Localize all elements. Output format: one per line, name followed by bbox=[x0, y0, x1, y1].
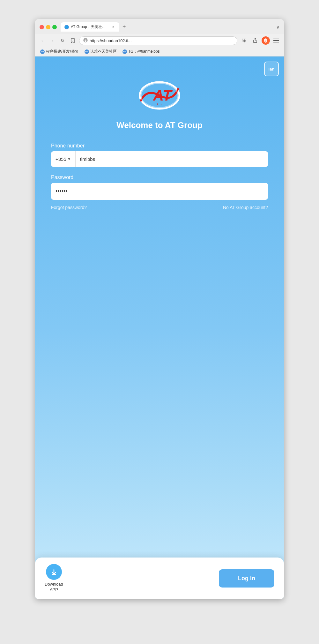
bottom-bar: DownloadAPP Log in bbox=[35, 558, 284, 599]
bookmark-label-2: 认准->天美社区 bbox=[90, 49, 117, 54]
new-tab-button[interactable]: + bbox=[120, 24, 129, 30]
minimize-button[interactable] bbox=[46, 25, 50, 29]
bookmark-label-1: 程序搭建/开发/修复 bbox=[46, 49, 79, 54]
phone-input[interactable] bbox=[76, 151, 268, 167]
bookmark-favicon-1: tm bbox=[40, 49, 45, 54]
download-icon bbox=[46, 564, 62, 580]
close-button[interactable] bbox=[40, 25, 44, 29]
svg-point-0 bbox=[84, 38, 87, 42]
login-button[interactable]: Log in bbox=[219, 569, 274, 588]
password-input-wrapper bbox=[51, 183, 268, 200]
tab-close-button[interactable]: × bbox=[111, 25, 115, 29]
bookmark-favicon-2: tm bbox=[85, 49, 89, 54]
translate-icon[interactable]: 译 bbox=[240, 36, 249, 45]
svg-text:✦: ✦ bbox=[156, 103, 159, 106]
download-app-button[interactable]: DownloadAPP bbox=[45, 564, 63, 593]
forgot-password-link[interactable]: Forgot password? bbox=[51, 205, 87, 210]
address-url: https://shuadan102.ti... bbox=[90, 38, 132, 43]
tab-bar: 🌐 AT Group - 天美社区timibbs.ne × + bbox=[61, 22, 274, 32]
menu-icon[interactable] bbox=[272, 36, 281, 45]
forward-button[interactable]: › bbox=[48, 37, 56, 44]
bookmark-favicon-3: tm bbox=[122, 49, 127, 54]
country-code-value: +355 bbox=[56, 156, 66, 162]
svg-text:✦: ✦ bbox=[160, 104, 162, 106]
password-label: Password bbox=[51, 175, 268, 180]
svg-text:译: 译 bbox=[242, 38, 246, 43]
address-icon bbox=[83, 38, 88, 43]
tab-title: AT Group - 天美社区timibbs.ne bbox=[71, 24, 109, 30]
lan-icon[interactable]: lan bbox=[264, 62, 279, 76]
tabs-chevron[interactable]: ∨ bbox=[276, 25, 279, 30]
bookmark-item-1[interactable]: tm 程序搭建/开发/修复 bbox=[38, 48, 81, 55]
brave-icon[interactable] bbox=[262, 36, 270, 45]
page-content: lan AT ✦ ✦ Welcome to bbox=[35, 56, 284, 599]
phone-input-wrapper: +355 ▼ bbox=[51, 151, 268, 167]
tab-favicon: 🌐 bbox=[64, 25, 69, 29]
bookmark-item-3[interactable]: tm TG：@tianmeibbs bbox=[121, 48, 162, 55]
back-button[interactable]: ‹ bbox=[38, 37, 46, 44]
welcome-heading: Welcome to AT Group bbox=[41, 120, 278, 130]
browser-toolbar: ‹ › ↻ https://shuadan102.ti... bbox=[35, 34, 284, 47]
bookmark-item-2[interactable]: tm 认准->天美社区 bbox=[83, 48, 119, 55]
phone-label: Phone number bbox=[51, 143, 268, 149]
password-input[interactable] bbox=[51, 183, 268, 200]
country-code-selector[interactable]: +355 ▼ bbox=[51, 151, 76, 167]
maximize-button[interactable] bbox=[52, 25, 57, 29]
bookmark-label-3: TG：@tianmeibbs bbox=[128, 49, 160, 54]
refresh-button[interactable]: ↻ bbox=[59, 37, 66, 44]
login-form: Phone number +355 ▼ Password Forgot pass… bbox=[51, 143, 268, 210]
no-account-link[interactable]: No AT Group account? bbox=[223, 205, 268, 210]
bookmark-button[interactable] bbox=[69, 37, 77, 44]
share-icon[interactable] bbox=[251, 36, 260, 45]
active-tab[interactable]: 🌐 AT Group - 天美社区timibbs.ne × bbox=[61, 22, 119, 32]
bookmarks-bar: tm 程序搭建/开发/修复 tm 认准->天美社区 tm TG：@tianmei… bbox=[35, 47, 284, 56]
traffic-lights bbox=[40, 25, 57, 29]
address-bar[interactable]: https://shuadan102.ti... bbox=[79, 36, 237, 45]
svg-text:AT: AT bbox=[153, 87, 173, 104]
dropdown-arrow: ▼ bbox=[68, 157, 71, 161]
at-logo: AT ✦ ✦ bbox=[137, 79, 182, 111]
logo-container: AT ✦ ✦ bbox=[41, 79, 278, 111]
svg-point-1 bbox=[85, 38, 86, 42]
download-label: DownloadAPP bbox=[45, 582, 63, 593]
links-row: Forgot password? No AT Group account? bbox=[51, 205, 268, 210]
toolbar-icons: 译 bbox=[240, 36, 281, 45]
